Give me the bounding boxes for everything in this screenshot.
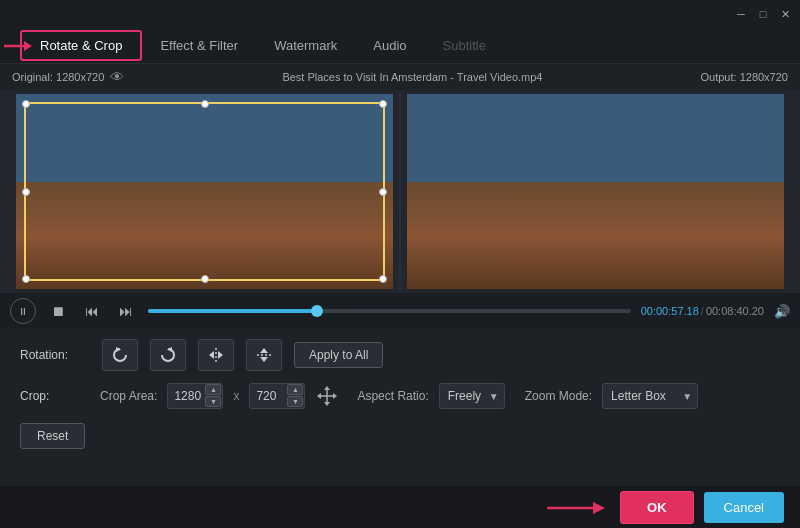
output-video-panel [407, 94, 784, 289]
zoom-mode-dropdown-wrap: Letter Box Pan & Scan Full ▼ [602, 383, 698, 409]
svg-rect-12 [445, 201, 747, 279]
progress-bar[interactable] [148, 309, 631, 313]
original-label: Original: 1280x720 👁 [12, 69, 124, 85]
aspect-ratio-dropdown-wrap: Freely 16:9 4:3 1:1 9:16 ▼ [439, 383, 505, 409]
aspect-ratio-select[interactable]: Freely 16:9 4:3 1:1 9:16 [439, 383, 505, 409]
stop-button[interactable]: ⏹ [46, 299, 70, 323]
svg-marker-27 [324, 402, 330, 406]
title-bar: ─ □ ✕ [0, 0, 800, 28]
svg-marker-31 [593, 502, 605, 514]
svg-line-15 [407, 184, 784, 196]
aspect-ratio-label: Aspect Ratio: [357, 389, 428, 403]
svg-rect-13 [482, 192, 520, 208]
height-decrement-button[interactable]: ▼ [287, 396, 303, 407]
total-time: 00:08:40.20 [706, 305, 764, 317]
width-increment-button[interactable]: ▲ [205, 384, 221, 395]
move-icon[interactable] [315, 384, 339, 408]
original-video-panel [16, 94, 393, 289]
svg-rect-10 [407, 184, 784, 200]
width-spinners: ▲ ▼ [205, 384, 221, 407]
svg-rect-2 [16, 94, 393, 184]
rotate-left-icon [111, 346, 129, 364]
tab-rotate-crop[interactable]: Rotate & Crop [20, 30, 142, 61]
svg-marker-20 [218, 351, 223, 359]
minimize-button[interactable]: ─ [734, 7, 748, 21]
svg-marker-28 [317, 393, 321, 399]
rotate-right-button[interactable] [150, 339, 186, 371]
svg-rect-7 [280, 192, 318, 208]
tab-audio[interactable]: Audio [355, 32, 424, 59]
svg-marker-29 [333, 393, 337, 399]
output-label: Output: 1280x720 [701, 71, 788, 83]
rotate-left-button[interactable] [102, 339, 138, 371]
panel-separator [399, 94, 401, 289]
bottom-bar: OK Cancel [0, 486, 800, 528]
svg-rect-14 [671, 192, 709, 208]
reset-button[interactable]: Reset [20, 423, 85, 449]
svg-marker-16 [116, 347, 121, 352]
flip-vertical-button[interactable] [246, 339, 282, 371]
progress-fill [148, 309, 317, 313]
pause-button[interactable]: ⏸ [10, 298, 36, 324]
tabs-bar: Rotate & Crop Effect & Filter Watermark … [0, 28, 800, 64]
height-spinners: ▲ ▼ [287, 384, 303, 407]
zoom-mode-label: Zoom Mode: [525, 389, 592, 403]
svg-rect-3 [16, 184, 393, 200]
svg-marker-22 [260, 348, 268, 353]
svg-line-8 [16, 184, 393, 196]
svg-rect-5 [54, 201, 356, 279]
ok-button[interactable]: OK [620, 491, 694, 524]
crop-area-label: Crop Area: [100, 389, 157, 403]
tab-subtitle: Subtitle [425, 32, 504, 59]
flip-horizontal-icon [207, 346, 225, 364]
svg-marker-26 [324, 386, 330, 390]
flip-horizontal-button[interactable] [198, 339, 234, 371]
output-video-thumb [407, 94, 784, 289]
close-button[interactable]: ✕ [778, 7, 792, 21]
rotate-right-icon [159, 346, 177, 364]
volume-icon[interactable]: 🔊 [774, 304, 790, 319]
svg-marker-23 [260, 357, 268, 362]
crop-row: Crop: Crop Area: ▲ ▼ x ▲ ▼ [20, 383, 780, 409]
progress-thumb[interactable] [311, 305, 323, 317]
preview-content [0, 90, 800, 293]
original-video-thumb [16, 94, 393, 289]
tab-watermark[interactable]: Watermark [256, 32, 355, 59]
time-separator: / [701, 305, 704, 317]
playback-controls: ⏸ ⏹ ⏮ ⏭ 00:00:57.18 / 00:08:40.20 🔊 [0, 293, 800, 329]
preview-header: Original: 1280x720 👁 Best Places to Visi… [0, 64, 800, 90]
svg-marker-19 [209, 351, 214, 359]
eye-icon[interactable]: 👁 [110, 69, 124, 85]
file-name: Best Places to Visit In Amsterdam - Trav… [282, 71, 542, 83]
rotation-label: Rotation: [20, 348, 90, 362]
dimension-separator: x [233, 389, 239, 403]
apply-to-all-button[interactable]: Apply to All [294, 342, 383, 368]
svg-rect-6 [91, 192, 129, 208]
svg-rect-9 [407, 94, 784, 184]
tab-effect-filter[interactable]: Effect & Filter [142, 32, 256, 59]
original-video-visual [16, 94, 393, 289]
time-display: 00:00:57.18 / 00:08:40.20 [641, 305, 764, 317]
svg-rect-4 [16, 199, 393, 289]
ok-arrow-indicator [545, 498, 605, 518]
crop-height-input-wrap: ▲ ▼ [249, 383, 305, 409]
prev-frame-button[interactable]: ⏮ [80, 299, 104, 323]
controls-section: Rotation: [0, 329, 800, 459]
crop-label: Crop: [20, 389, 90, 403]
maximize-button[interactable]: □ [756, 7, 770, 21]
zoom-mode-select[interactable]: Letter Box Pan & Scan Full [602, 383, 698, 409]
rotation-row: Rotation: [20, 339, 780, 371]
flip-vertical-icon [255, 346, 273, 364]
width-decrement-button[interactable]: ▼ [205, 396, 221, 407]
crop-width-input-wrap: ▲ ▼ [167, 383, 223, 409]
current-time: 00:00:57.18 [641, 305, 699, 317]
height-increment-button[interactable]: ▲ [287, 384, 303, 395]
output-video-visual [407, 94, 784, 289]
svg-rect-11 [407, 199, 784, 289]
svg-marker-17 [167, 347, 172, 352]
next-frame-button[interactable]: ⏭ [114, 299, 138, 323]
cancel-button[interactable]: Cancel [704, 492, 784, 523]
